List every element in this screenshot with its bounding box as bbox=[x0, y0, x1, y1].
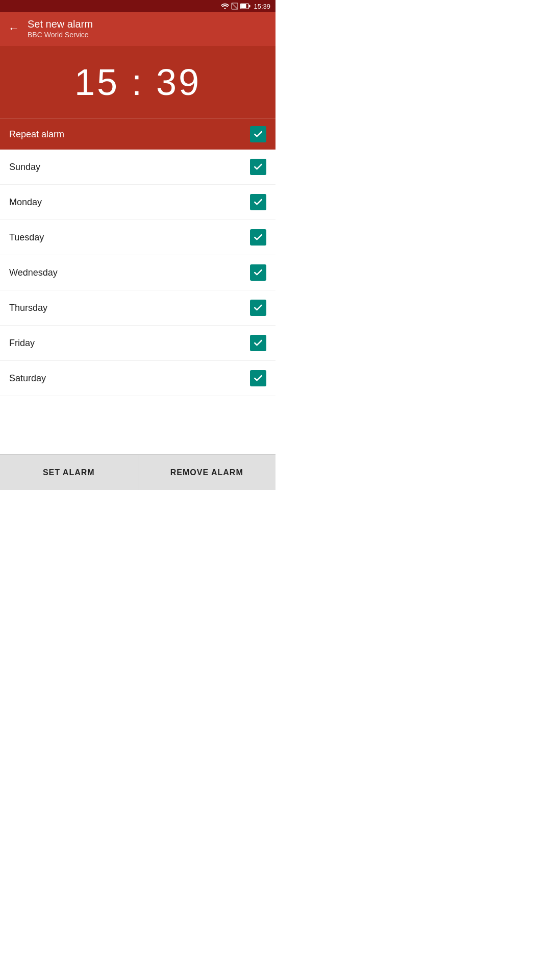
header-title: Set new alarm bbox=[28, 18, 93, 30]
day-row-friday[interactable]: Friday bbox=[0, 326, 276, 361]
alarm-minutes[interactable]: 39 bbox=[156, 62, 201, 103]
day-checkbox-saturday[interactable] bbox=[250, 370, 266, 386]
day-checkbox-friday[interactable] bbox=[250, 335, 266, 351]
day-label-friday: Friday bbox=[9, 338, 35, 349]
day-checkbox-tuesday[interactable] bbox=[250, 229, 266, 246]
day-row-wednesday[interactable]: Wednesday bbox=[0, 255, 276, 290]
battery-icon bbox=[240, 3, 251, 9]
bottom-buttons: SET ALARM REMOVE ALARM bbox=[0, 454, 276, 490]
day-label-saturday: Saturday bbox=[9, 373, 46, 384]
wifi-icon bbox=[221, 3, 229, 9]
svg-rect-3 bbox=[249, 5, 251, 8]
day-label-sunday: Sunday bbox=[9, 162, 40, 173]
day-checkbox-thursday[interactable] bbox=[250, 300, 266, 316]
time-display-area[interactable]: 15 : 39 bbox=[0, 46, 276, 118]
repeat-alarm-row[interactable]: Repeat alarm bbox=[0, 118, 276, 150]
day-row-sunday[interactable]: Sunday bbox=[0, 150, 276, 185]
status-bar: 15:39 bbox=[0, 0, 276, 12]
status-icons bbox=[221, 3, 251, 10]
repeat-alarm-checkbox[interactable] bbox=[250, 126, 266, 142]
day-row-saturday[interactable]: Saturday bbox=[0, 361, 276, 396]
back-button[interactable]: ← bbox=[8, 23, 19, 34]
days-list: Sunday Monday Tuesday Wednesday bbox=[0, 150, 276, 396]
day-label-thursday: Thursday bbox=[9, 303, 47, 313]
day-checkbox-wednesday[interactable] bbox=[250, 264, 266, 281]
day-checkbox-sunday[interactable] bbox=[250, 159, 266, 175]
remove-alarm-button[interactable]: REMOVE ALARM bbox=[138, 455, 276, 490]
header-subtitle: BBC World Service bbox=[28, 31, 93, 39]
repeat-alarm-label: Repeat alarm bbox=[9, 129, 64, 140]
set-alarm-button[interactable]: SET ALARM bbox=[0, 455, 138, 490]
status-time: 15:39 bbox=[254, 3, 270, 10]
alarm-separator: : bbox=[132, 62, 156, 103]
header-text: Set new alarm BBC World Service bbox=[28, 18, 93, 39]
day-row-tuesday[interactable]: Tuesday bbox=[0, 220, 276, 255]
day-checkbox-monday[interactable] bbox=[250, 194, 266, 210]
day-label-monday: Monday bbox=[9, 197, 42, 208]
sim-icon bbox=[231, 3, 238, 10]
day-label-tuesday: Tuesday bbox=[9, 232, 44, 243]
alarm-hours[interactable]: 15 bbox=[74, 62, 119, 103]
svg-line-1 bbox=[232, 3, 238, 9]
day-row-monday[interactable]: Monday bbox=[0, 185, 276, 220]
day-row-thursday[interactable]: Thursday bbox=[0, 290, 276, 326]
app-header: ← Set new alarm BBC World Service bbox=[0, 12, 276, 46]
svg-rect-4 bbox=[241, 4, 246, 8]
day-label-wednesday: Wednesday bbox=[9, 267, 58, 278]
alarm-time[interactable]: 15 : 39 bbox=[74, 61, 201, 103]
